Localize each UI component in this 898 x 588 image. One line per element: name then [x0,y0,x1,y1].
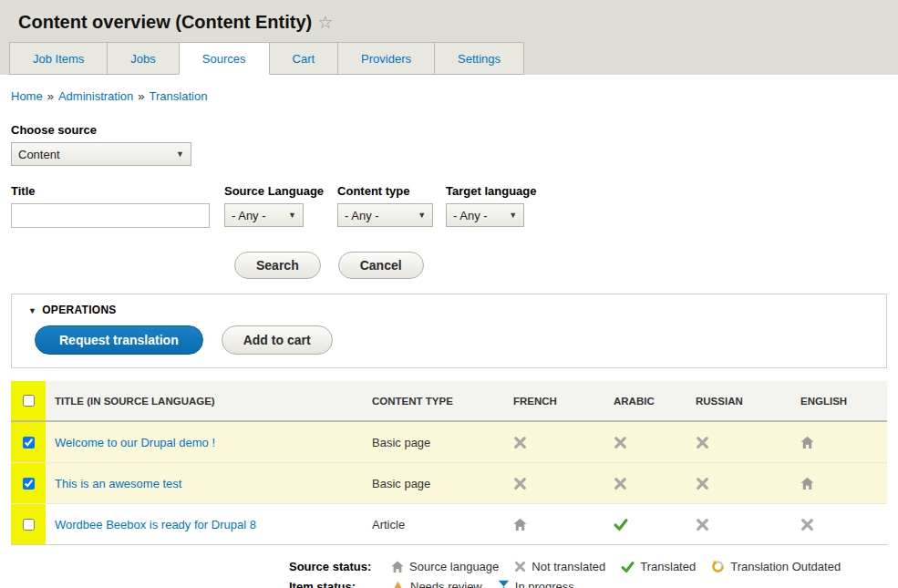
favorite-star-icon[interactable]: ☆ [317,13,333,32]
table-row: Welcome to our Drupal demo ! Basic page [11,421,887,463]
content-type-group: Content type - Any - ▼ [337,184,433,227]
table-header-row: TITLE (IN SOURCE LANGUAGE) CONTENT TYPE … [11,381,887,421]
column-header-title: TITLE (IN SOURCE LANGUAGE) [46,381,363,421]
status-cell-french [504,463,604,504]
column-header-english: ENGLISH [791,381,887,421]
source-language-group: Source Language - Any - ▼ [224,184,324,227]
filter-actions: Search Cancel [234,252,887,279]
chevron-down-icon: ▼ [176,150,184,159]
not-translated-icon [800,518,814,531]
content-type-select[interactable]: - Any - ▼ [337,203,433,227]
breadcrumb: Home»Administration»Translation [11,89,887,103]
legend-item-not-translated: Not translated [514,560,605,573]
content-type-label: Content type [337,184,433,198]
hourglass-icon [498,580,510,588]
legend-item-in-progress: In progress [498,580,574,588]
tab-cart[interactable]: Cart [269,42,339,75]
choose-source-group: Choose source Content ▼ [11,123,887,166]
choose-source-value: Content [18,148,60,161]
status-cell-russian [686,421,791,463]
filters-row: Title Source Language - Any - ▼ Content … [11,184,887,228]
status-cell-french [504,504,604,545]
column-header-content-type: CONTENT TYPE [363,381,504,421]
search-button[interactable]: Search [234,252,321,279]
status-cell-arabic [604,504,686,545]
target-language-value: - Any - [453,209,488,222]
chevron-down-icon: ▼ [509,211,517,220]
status-cell-english [791,463,887,504]
cross-icon [514,561,526,573]
row-title-link[interactable]: Welcome to our Drupal demo ! [55,436,215,449]
add-to-cart-button[interactable]: Add to cart [222,325,333,355]
target-language-select[interactable]: - Any - ▼ [446,203,524,227]
not-translated-icon [513,477,527,490]
source-language-select[interactable]: - Any - ▼ [224,203,304,227]
not-translated-icon [614,477,627,490]
breadcrumb-administration-link[interactable]: Administration [58,89,133,103]
column-header-arabic: ARABIC [604,381,686,421]
legend-item-label: Not translated [532,560,605,573]
chevron-down-icon: ▼ [288,211,296,220]
page-title-text: Content overview (Content Entity) [18,12,312,32]
request-translation-button[interactable]: Request translation [35,325,203,355]
tab-job-items[interactable]: Job Items [9,42,108,75]
not-translated-icon [513,436,527,449]
choose-source-select[interactable]: Content ▼ [11,142,191,166]
status-cell-french [504,421,604,463]
status-cell-english [791,504,887,545]
breadcrumb-separator: » [47,89,54,103]
row-content-type: Article [363,504,504,545]
row-checkbox[interactable] [23,437,35,449]
tab-sources[interactable]: Sources [179,42,270,75]
legend-item-label: Translation Outdated [730,560,841,573]
source-status-legend-row: Source status: Source language Not trans… [289,560,887,573]
source-language-label: Source Language [224,184,324,198]
cancel-button[interactable]: Cancel [338,252,424,279]
row-checkbox[interactable] [23,478,35,490]
title-filter-input[interactable] [11,203,210,228]
target-language-label: Target language [446,184,536,198]
row-title-link[interactable]: This is an awesome test [55,477,181,490]
translated-check-icon [614,518,628,531]
status-legend: Source status: Source language Not trans… [289,560,887,588]
operations-legend-text: OPERATIONS [42,304,116,316]
row-content-type: Basic page [363,463,504,504]
legend-item-translated: Translated [621,560,696,573]
table-row: This is an awesome test Basic page [11,463,887,504]
outdated-icon [711,560,725,573]
primary-tabs: Job Items Jobs Sources Cart Providers Se… [0,42,898,75]
row-checkbox[interactable] [23,519,35,531]
choose-source-label: Choose source [11,123,887,137]
select-all-checkbox[interactable] [23,395,35,407]
title-filter-group: Title [11,184,210,228]
legend-item-source-language: Source language [391,560,499,573]
chevron-down-icon: ▼ [418,211,426,220]
page-title: Content overview (Content Entity)☆ [0,0,898,42]
operations-legend-toggle[interactable]: ▼OPERATIONS [28,304,117,316]
tab-providers[interactable]: Providers [337,42,435,75]
item-status-label: Item status: [289,580,376,588]
source-language-home-icon [800,436,814,449]
select-all-cell [11,381,46,421]
legend-item-label: In progress [515,580,574,588]
breadcrumb-home-link[interactable]: Home [11,89,43,103]
not-translated-icon [696,477,709,490]
operations-buttons: Request translation Add to cart [28,325,870,355]
source-status-label: Source status: [289,560,376,573]
legend-item-label: Translated [640,560,696,573]
table-row: Wordbee Beebox is ready for Drupal 8 Art… [11,504,887,545]
row-title-link[interactable]: Wordbee Beebox is ready for Drupal 8 [55,518,256,531]
home-icon [391,561,404,573]
row-content-type: Basic page [363,421,504,463]
status-cell-russian [686,463,791,504]
row-checkbox-cell [11,504,46,545]
status-cell-russian [686,504,791,545]
tab-settings[interactable]: Settings [434,42,524,75]
target-language-group: Target language - Any - ▼ [446,184,536,227]
row-checkbox-cell [11,421,46,463]
tab-jobs[interactable]: Jobs [107,42,179,75]
status-cell-arabic [604,421,686,463]
legend-item-label: Needs review [410,580,482,588]
legend-item-label: Source language [409,560,499,573]
breadcrumb-translation-link[interactable]: Translation [150,89,208,103]
